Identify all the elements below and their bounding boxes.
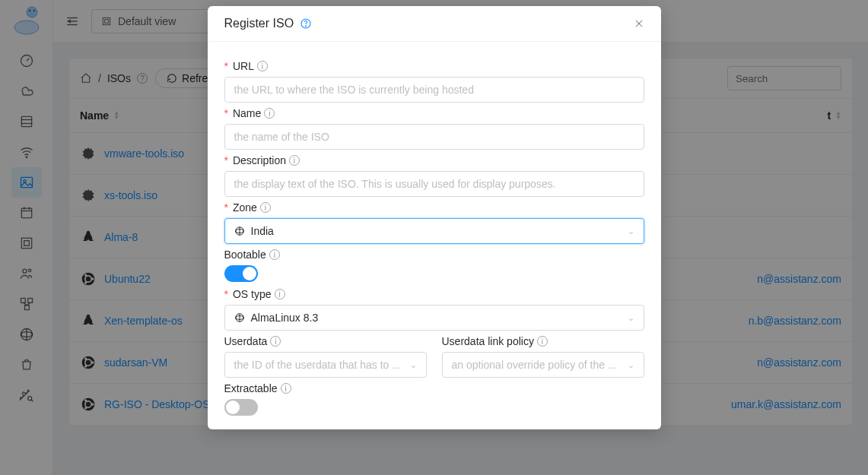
info-icon[interactable]: i bbox=[275, 289, 285, 299]
ostype-select[interactable]: AlmaLinux 8.3 ⌄ bbox=[224, 305, 644, 331]
chevron-down-icon: ⌄ bbox=[628, 360, 634, 370]
label-userdata: Userdata bbox=[224, 335, 268, 347]
description-field[interactable] bbox=[224, 171, 644, 197]
register-iso-modal: Register ISO *URLi *Namei *Descriptioni … bbox=[208, 6, 661, 429]
info-icon[interactable]: i bbox=[264, 108, 275, 119]
label-userdata-policy: Userdata link policy bbox=[442, 335, 534, 347]
info-icon[interactable]: i bbox=[260, 202, 271, 213]
label-extractable: Extractable bbox=[224, 382, 278, 394]
label-zone: Zone bbox=[233, 201, 257, 214]
zone-value: India bbox=[251, 225, 274, 237]
bootable-switch[interactable] bbox=[224, 265, 258, 282]
label-bootable: Bootable bbox=[224, 249, 266, 261]
url-field[interactable] bbox=[224, 77, 644, 103]
label-url: URL bbox=[233, 60, 254, 72]
info-icon[interactable]: i bbox=[257, 61, 268, 71]
userdata-placeholder: the ID of the userdata that has to ... bbox=[234, 359, 401, 371]
userdata-select[interactable]: the ID of the userdata that has to ... ⌄ bbox=[224, 352, 427, 378]
close-icon[interactable] bbox=[634, 18, 644, 29]
globe-icon bbox=[234, 312, 245, 323]
info-icon[interactable]: i bbox=[281, 383, 291, 394]
chevron-down-icon: ⌄ bbox=[628, 226, 634, 236]
label-ostype: OS type bbox=[233, 288, 272, 300]
extractable-switch[interactable] bbox=[224, 399, 258, 416]
info-icon[interactable]: i bbox=[537, 336, 548, 347]
modal-title: Register ISO bbox=[224, 17, 294, 30]
modal-mask[interactable]: Register ISO *URLi *Namei *Descriptioni … bbox=[0, 0, 868, 475]
globe-icon bbox=[234, 226, 245, 236]
ostype-value: AlmaLinux 8.3 bbox=[251, 312, 319, 324]
svg-point-50 bbox=[306, 26, 307, 27]
zone-select[interactable]: India ⌄ bbox=[224, 218, 644, 244]
info-icon[interactable]: i bbox=[289, 155, 300, 166]
label-name: Name bbox=[233, 107, 261, 119]
help-icon[interactable] bbox=[300, 17, 312, 30]
label-description: Description bbox=[233, 154, 286, 166]
chevron-down-icon: ⌄ bbox=[628, 313, 634, 323]
info-icon[interactable]: i bbox=[270, 336, 281, 347]
name-field[interactable] bbox=[224, 124, 644, 150]
chevron-down-icon: ⌄ bbox=[410, 360, 417, 370]
userdata-policy-select[interactable]: an optional override policy of the ... ⌄ bbox=[442, 352, 644, 378]
userdata-policy-placeholder: an optional override policy of the ... bbox=[452, 359, 617, 371]
info-icon[interactable]: i bbox=[269, 249, 280, 260]
